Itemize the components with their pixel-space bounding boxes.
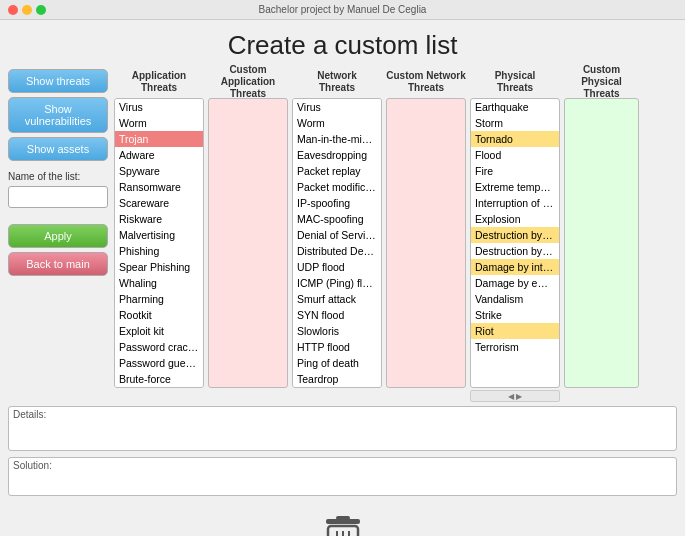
col-header-application-threats: ApplicationThreats: [114, 69, 204, 95]
list-item[interactable]: Worm: [293, 115, 381, 131]
trash-icon[interactable]: [318, 514, 368, 536]
list-item[interactable]: Eavesdropping: [293, 147, 381, 163]
list-item[interactable]: Denial of Service (DoS): [293, 227, 381, 243]
col-header-physical-threats: PhysicalThreats: [470, 69, 560, 95]
list-item[interactable]: Sniffing: [293, 387, 381, 388]
details-label: Details:: [9, 407, 676, 422]
col-header-network-threats: NetworkThreats: [292, 69, 382, 95]
list-item[interactable]: Interruption of natural energ: [471, 195, 559, 211]
list-item[interactable]: Destruction by employees: [471, 243, 559, 259]
list-item[interactable]: Explosion: [471, 211, 559, 227]
list-item[interactable]: Man-in-the-middle: [293, 131, 381, 147]
list-item[interactable]: Virus: [293, 99, 381, 115]
list-item[interactable]: Vandalism: [471, 291, 559, 307]
list-item[interactable]: Packet modification: [293, 179, 381, 195]
list-item[interactable]: Damage by intruders: [471, 259, 559, 275]
col-custom-physical-threats: Custom PhysicalThreats: [564, 69, 639, 402]
col-custom-network-threats: Custom NetworkThreats: [386, 69, 466, 402]
list-item[interactable]: Teardrop: [293, 371, 381, 387]
list-item[interactable]: Fire: [471, 163, 559, 179]
list-item[interactable]: Password guessing: [115, 355, 203, 371]
list-item[interactable]: Strike: [471, 307, 559, 323]
col-header-custom-physical: Custom PhysicalThreats: [564, 69, 639, 95]
list-item[interactable]: Packet replay: [293, 163, 381, 179]
list-item[interactable]: UDP flood: [293, 259, 381, 275]
list-item[interactable]: Riot: [471, 323, 559, 339]
solution-box: Solution:: [8, 457, 677, 496]
list-item[interactable]: Password cracking: [115, 339, 203, 355]
list-box-custom-physical[interactable]: [564, 98, 639, 388]
show-threats-button[interactable]: Show threats: [8, 69, 108, 93]
list-item[interactable]: Extreme temperature conditi: [471, 179, 559, 195]
list-item[interactable]: Phishing: [115, 243, 203, 259]
list-item[interactable]: Destruction by intruders: [471, 227, 559, 243]
horizontal-scrollbar-physical[interactable]: ◀ ▶: [470, 390, 560, 402]
list-item[interactable]: Scareware: [115, 195, 203, 211]
list-item[interactable]: MAC-spoofing: [293, 211, 381, 227]
show-assets-button[interactable]: Show assets: [8, 137, 108, 161]
list-item[interactable]: Virus: [115, 99, 203, 115]
col-physical-threats: PhysicalThreats Earthquake Storm Tornado…: [470, 69, 560, 402]
list-box-network-threats[interactable]: Virus Worm Man-in-the-middle Eavesdroppi…: [292, 98, 382, 388]
list-name-input[interactable]: [8, 186, 108, 208]
content-area: ApplicationThreats Virus Worm Trojan Adw…: [114, 69, 677, 402]
show-vulnerabilities-button[interactable]: Show vulnerabilities: [8, 97, 108, 133]
apply-button[interactable]: Apply: [8, 224, 108, 248]
list-item[interactable]: Slowloris: [293, 323, 381, 339]
title-bar: Bachelor project by Manuel De Ceglia: [0, 0, 685, 20]
list-name-label: Name of the list:: [8, 171, 108, 182]
list-item[interactable]: Ping of death: [293, 355, 381, 371]
list-item[interactable]: Earthquake: [471, 99, 559, 115]
list-item[interactable]: Spyware: [115, 163, 203, 179]
list-item[interactable]: Dictionary attack: [115, 387, 203, 388]
col-header-custom-network: Custom NetworkThreats: [386, 69, 466, 95]
bottom-area: Details: Solution:: [0, 402, 685, 506]
window-controls: [8, 5, 46, 15]
list-item[interactable]: Storm: [471, 115, 559, 131]
close-dot[interactable]: [8, 5, 18, 15]
list-box-custom-network[interactable]: [386, 98, 466, 388]
left-panel: Show threats Show vulnerabilities Show a…: [8, 69, 108, 402]
list-item[interactable]: Smurf attack: [293, 291, 381, 307]
list-item[interactable]: Trojan: [115, 131, 203, 147]
list-item[interactable]: Tornado: [471, 131, 559, 147]
list-box-application-threats[interactable]: Virus Worm Trojan Adware Spyware Ransomw…: [114, 98, 204, 388]
list-item[interactable]: Pharming: [115, 291, 203, 307]
list-item[interactable]: Worm: [115, 115, 203, 131]
list-item[interactable]: HTTP flood: [293, 339, 381, 355]
col-network-threats: NetworkThreats Virus Worm Man-in-the-mid…: [292, 69, 382, 402]
list-item[interactable]: Distributed Denial of Serv: [293, 243, 381, 259]
trash-area: [0, 506, 685, 536]
maximize-dot[interactable]: [36, 5, 46, 15]
col-header-custom-application: CustomApplication Threats: [208, 69, 288, 95]
list-box-custom-application[interactable]: [208, 98, 288, 388]
list-item[interactable]: SYN flood: [293, 307, 381, 323]
details-content: [9, 422, 676, 450]
list-item[interactable]: Whaling: [115, 275, 203, 291]
col-custom-application-threats: CustomApplication Threats: [208, 69, 288, 402]
list-item[interactable]: Malvertising: [115, 227, 203, 243]
details-box: Details:: [8, 406, 677, 451]
solution-label: Solution:: [9, 458, 676, 473]
list-item[interactable]: Flood: [471, 147, 559, 163]
col-application-threats: ApplicationThreats Virus Worm Trojan Adw…: [114, 69, 204, 402]
solution-content: [9, 473, 676, 495]
window-title: Bachelor project by Manuel De Ceglia: [259, 4, 427, 15]
list-item[interactable]: Riskware: [115, 211, 203, 227]
list-item[interactable]: IP-spoofing: [293, 195, 381, 211]
page-title: Create a custom list: [0, 20, 685, 69]
list-item[interactable]: Brute-force: [115, 371, 203, 387]
list-item[interactable]: Spear Phishing: [115, 259, 203, 275]
minimize-dot[interactable]: [22, 5, 32, 15]
list-item[interactable]: Ransomware: [115, 179, 203, 195]
list-item[interactable]: Damage by employees: [471, 275, 559, 291]
list-item[interactable]: ICMP (Ping) flood: [293, 275, 381, 291]
back-to-main-button[interactable]: Back to main: [8, 252, 108, 276]
list-item[interactable]: Exploit kit: [115, 323, 203, 339]
svg-rect-1: [336, 516, 350, 520]
list-item[interactable]: Adware: [115, 147, 203, 163]
list-box-physical-threats[interactable]: Earthquake Storm Tornado Flood Fire Extr…: [470, 98, 560, 388]
list-item[interactable]: Rootkit: [115, 307, 203, 323]
list-item[interactable]: Terrorism: [471, 339, 559, 355]
columns-row: ApplicationThreats Virus Worm Trojan Adw…: [114, 69, 677, 402]
